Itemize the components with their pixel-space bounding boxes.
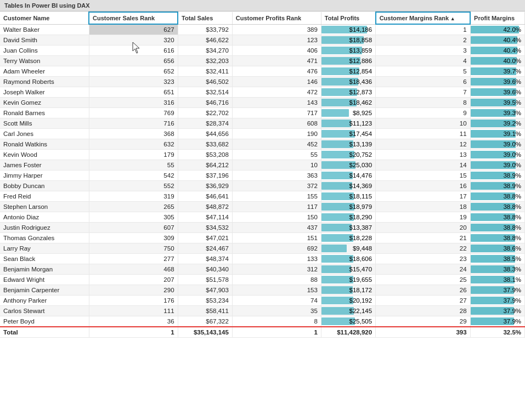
header-total-sales[interactable]: Total Sales	[178, 12, 232, 24]
cell-margins-rank: 21	[376, 233, 470, 243]
table-row: Terry Watson656$32,203471$12,886440.0%	[0, 56, 525, 66]
table-row: Thomas Gonzales309$47,021151$18,2282138.…	[0, 233, 525, 243]
cell-profit-margins: 38.8%	[470, 191, 524, 202]
cell-total-profits: $17,454	[321, 129, 375, 139]
cell-total-profits: $12,873	[321, 87, 375, 98]
cell-total-sales: $28,374	[178, 118, 232, 129]
cell-profit-margins: 39.3%	[470, 108, 524, 118]
cell-sales-rank: 305	[89, 212, 178, 223]
cell-profit-margins: 39.6%	[470, 77, 524, 87]
cell-margins-rank: 13	[376, 150, 470, 160]
cell-total-sales: $33,682	[178, 139, 232, 150]
cell-total-profits: $9,448	[321, 243, 375, 254]
cell-sales-rank: 36	[89, 316, 178, 327]
cell-margins-rank: 2	[376, 35, 470, 46]
cell-profit-margins: 38.6%	[470, 243, 524, 254]
cell-total-profits: $15,470	[321, 264, 375, 275]
cell-margins-rank: 12	[376, 139, 470, 150]
cell-profits-rank: 123	[232, 35, 321, 46]
cell-profit-margins: 38.9%	[470, 171, 524, 181]
cell-total-sales: $37,196	[178, 171, 232, 181]
cell-total-sales: $33,792	[178, 24, 232, 35]
cell-margins-rank: 15	[376, 171, 470, 181]
cell-profit-margins: 37.9%	[470, 285, 524, 296]
header-sales-rank[interactable]: Customer Sales Rank	[89, 12, 178, 24]
cell-total-profits: $13,387	[321, 223, 375, 233]
cell-margins-rank: 26	[376, 285, 470, 296]
cell-profits-rank: 472	[232, 87, 321, 98]
total-cell: 393	[376, 327, 470, 338]
cell-total-profits: $11,123	[321, 118, 375, 129]
total-cell: $11,428,920	[321, 327, 375, 338]
header-customer-name[interactable]: Customer Name	[0, 12, 89, 24]
cell-total-profits: $14,476	[321, 171, 375, 181]
table-row: Benjamin Carpenter290$47,903153$18,17226…	[0, 285, 525, 296]
cell-total-profits: $8,925	[321, 108, 375, 118]
cell-profits-rank: 312	[232, 264, 321, 275]
cell-margins-rank: 6	[376, 77, 470, 87]
cell-margins-rank: 22	[376, 243, 470, 254]
cell-sales-rank: 769	[89, 108, 178, 118]
table-row: Joseph Walker651$32,514472$12,873739.6%	[0, 87, 525, 98]
cell-total-sales: $32,203	[178, 56, 232, 66]
cell-sales-rank: 265	[89, 202, 178, 212]
cell-profits-rank: 155	[232, 191, 321, 202]
table-row: Edward Wright207$51,57888$19,6552538.1%	[0, 275, 525, 285]
cell-profits-rank: 437	[232, 223, 321, 233]
cell-sales-rank: 652	[89, 66, 178, 77]
header-margins-rank[interactable]: Customer Margins Rank	[376, 12, 470, 24]
table-row: Adam Wheeler652$32,411476$12,854539.7%	[0, 66, 525, 77]
cell-total-profits: $25,505	[321, 316, 375, 327]
table-row: Benjamin Morgan468$40,340312$15,4702438.…	[0, 264, 525, 275]
cell-total-sales: $53,208	[178, 150, 232, 160]
cell-sales-rank: 716	[89, 118, 178, 129]
cell-total-profits: $18,172	[321, 285, 375, 296]
title-text: Tables In Power BI using DAX	[4, 2, 90, 9]
table-row: Walter Baker627$33,792389$14,186142.0%	[0, 24, 525, 35]
cell-total-sales: $46,502	[178, 77, 232, 87]
cell-profits-rank: 372	[232, 181, 321, 191]
cell-sales-rank: 750	[89, 243, 178, 254]
cell-sales-rank: 207	[89, 275, 178, 285]
header-profits-rank[interactable]: Customer Profits Rank	[232, 12, 321, 24]
header-profit-margins[interactable]: Profit Margins	[470, 12, 524, 24]
table-row: Stephen Larson265$48,872117$18,9791838.8…	[0, 202, 525, 212]
table-container: Tables In Power BI using DAX Customer Na…	[0, 0, 525, 420]
cell-total-sales: $64,212	[178, 160, 232, 171]
cell-customer-name: Bobby Duncan	[0, 181, 89, 191]
cell-profit-margins: 38.5%	[470, 254, 524, 264]
cell-total-sales: $34,532	[178, 223, 232, 233]
total-cell: 1	[89, 327, 178, 338]
cell-sales-rank: 468	[89, 264, 178, 275]
cell-margins-rank: 28	[376, 306, 470, 316]
cell-margins-rank: 20	[376, 223, 470, 233]
header-total-profits[interactable]: Total Profits	[321, 12, 375, 24]
cell-total-profits: $14,186	[321, 24, 375, 35]
cell-profit-margins: 38.8%	[470, 202, 524, 212]
cell-sales-rank: 616	[89, 46, 178, 56]
cell-profits-rank: 190	[232, 129, 321, 139]
cell-total-sales: $58,411	[178, 306, 232, 316]
cell-sales-rank: 323	[89, 77, 178, 87]
cell-total-sales: $36,929	[178, 181, 232, 191]
cell-profit-margins: 38.1%	[470, 275, 524, 285]
table-row: Antonio Diaz305$47,114150$18,2901938.8%	[0, 212, 525, 223]
cell-total-sales: $24,467	[178, 243, 232, 254]
cell-margins-rank: 3	[376, 46, 470, 56]
cell-total-profits: $13,139	[321, 139, 375, 150]
cell-total-sales: $48,374	[178, 254, 232, 264]
cell-customer-name: Peter Boyd	[0, 316, 89, 327]
cell-profit-margins: 39.2%	[470, 118, 524, 129]
cell-customer-name: Justin Rodriguez	[0, 223, 89, 233]
cell-customer-name: Larry Ray	[0, 243, 89, 254]
cell-customer-name: Carl Jones	[0, 129, 89, 139]
data-table: Customer Name Customer Sales Rank Total …	[0, 12, 525, 338]
cell-sales-rank: 277	[89, 254, 178, 264]
cell-total-profits: $12,886	[321, 56, 375, 66]
cell-margins-rank: 9	[376, 108, 470, 118]
cell-profits-rank: 150	[232, 212, 321, 223]
cell-profits-rank: 146	[232, 77, 321, 87]
cell-margins-rank: 14	[376, 160, 470, 171]
cell-customer-name: Ronald Watkins	[0, 139, 89, 150]
table-row: Kevin Wood179$53,20855$20,7521339.0%	[0, 150, 525, 160]
